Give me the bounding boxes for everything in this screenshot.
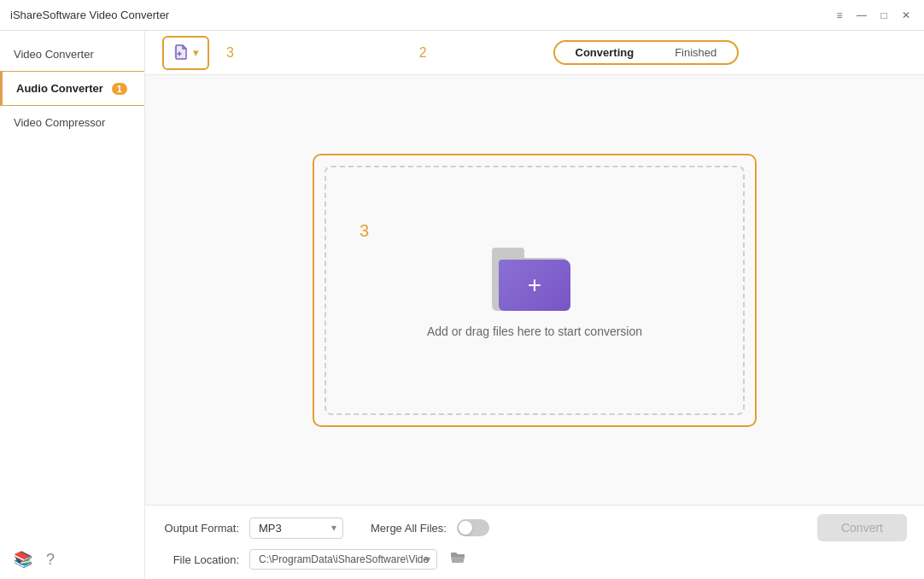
step-add-number: 3 [226, 45, 234, 61]
folder-icon: + [492, 243, 577, 311]
folder-plus-icon: + [528, 273, 541, 297]
bottom-bar: Output Format: MP3 AAC WAV FLAC OGG M4A … [145, 505, 924, 579]
add-file-button[interactable]: ▾ [162, 36, 209, 70]
dropzone-step: 3 [360, 221, 369, 241]
help-icon: ? [46, 551, 55, 568]
sidebar: Video Converter Audio Converter 1 Video … [0, 31, 145, 579]
app-title: iShareSoftware Video Converter [10, 9, 169, 21]
sidebar-item-video-converter[interactable]: Video Converter [0, 38, 144, 71]
help-button[interactable]: ? [46, 550, 55, 569]
tab-finished[interactable]: Finished [654, 42, 737, 63]
toggle-knob [459, 521, 472, 535]
close-button[interactable]: ✕ [898, 8, 914, 23]
drop-zone-prompt: Add or drag files here to start conversi… [427, 325, 642, 338]
folder-open-icon [449, 550, 466, 565]
sidebar-label-video-compressor: Video Compressor [14, 116, 105, 129]
book-button[interactable]: 📚 [14, 550, 32, 569]
audio-converter-badge: 1 [112, 83, 127, 95]
file-location-label: File Location: [162, 553, 239, 566]
book-icon: 📚 [14, 551, 32, 568]
content-area: ▾ 3 2 Converting Finished 3 + [145, 31, 924, 579]
app-body: Video Converter Audio Converter 1 Video … [0, 31, 924, 579]
title-bar: iShareSoftware Video Converter ≡ — □ ✕ [0, 0, 924, 31]
sidebar-label-audio-converter: Audio Converter [16, 82, 103, 95]
drop-zone-wrapper: 3 + Add or drag files here to start conv… [145, 75, 924, 505]
tab-converting[interactable]: Converting [555, 42, 655, 63]
bottom-row-format: Output Format: MP3 AAC WAV FLAC OGG M4A … [162, 514, 907, 541]
maximize-button[interactable]: □ [876, 8, 892, 23]
sidebar-nav: Video Converter Audio Converter 1 Video … [0, 38, 144, 139]
sidebar-item-video-compressor[interactable]: Video Compressor [0, 106, 144, 139]
tab-switcher: Converting Finished [553, 40, 740, 65]
format-select-wrap: MP3 AAC WAV FLAC OGG M4A WMA [249, 518, 343, 539]
drop-zone-outer: 3 + Add or drag files here to start conv… [313, 154, 757, 427]
folder-front: + [499, 260, 570, 311]
convert-button[interactable]: Convert [817, 514, 907, 541]
sidebar-footer: 📚 ? [0, 540, 144, 579]
drop-zone[interactable]: 3 + Add or drag files here to start conv… [325, 166, 745, 415]
bottom-row-location: File Location: ▾ [162, 548, 907, 570]
file-location-input[interactable] [249, 549, 437, 570]
sidebar-item-audio-converter[interactable]: Audio Converter 1 [0, 71, 144, 106]
menu-button[interactable]: ≡ [832, 8, 847, 23]
window-controls: ≡ — □ ✕ [832, 8, 914, 23]
minimize-button[interactable]: — [854, 8, 869, 23]
format-select[interactable]: MP3 AAC WAV FLAC OGG M4A WMA [249, 518, 343, 539]
file-location-wrap: ▾ [249, 549, 437, 570]
toolbar: ▾ 3 2 Converting Finished [145, 31, 924, 75]
merge-files-label: Merge All Files: [371, 522, 447, 535]
add-file-icon [173, 43, 190, 63]
sidebar-label-video-converter: Video Converter [14, 48, 94, 61]
output-format-label: Output Format: [162, 522, 239, 535]
step-tab-number: 2 [419, 45, 427, 61]
folder-browse-button[interactable] [447, 548, 468, 570]
merge-toggle[interactable] [457, 519, 489, 536]
add-btn-dropdown-icon: ▾ [193, 46, 199, 59]
